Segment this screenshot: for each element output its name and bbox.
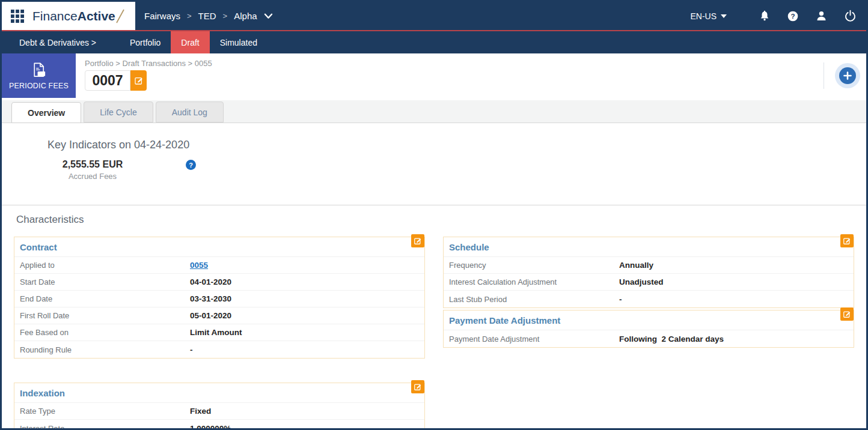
- field-row-applied-to: Applied to0055: [14, 257, 424, 274]
- topbar-actions: EN-US ?: [690, 2, 866, 30]
- logo-slash-icon: [115, 8, 125, 24]
- left-column: ContractApplied to0055Start Date04-01-20…: [14, 237, 425, 428]
- key-indicator-item: 2,555.55 EUR Accrued Fees ?: [47, 159, 866, 181]
- nav-item-draft[interactable]: Draft: [171, 31, 209, 53]
- field-value: Unadjusted: [619, 277, 664, 286]
- help-button[interactable]: ?: [787, 10, 799, 22]
- field-row-first-roll-date: First Roll Date05-01-2020: [14, 307, 424, 324]
- panel-title: Indexation: [14, 383, 424, 403]
- power-icon: [844, 10, 857, 22]
- field-label: Interest Calculation Adjustment: [449, 277, 619, 286]
- field-label: Applied to: [20, 261, 190, 270]
- field-value: Fixed: [190, 407, 211, 416]
- field-value: -: [619, 295, 622, 304]
- breadcrumb-portfolio-group[interactable]: TED: [198, 11, 216, 21]
- indicator-label: Accrued Fees: [47, 172, 138, 181]
- field-row-interest-rate: Interest Rate1.000000%: [14, 420, 424, 428]
- tab-life-cycle[interactable]: Life Cycle: [84, 101, 153, 123]
- field-label: Rate Type: [20, 407, 190, 416]
- title-row: 0007: [85, 70, 212, 91]
- nav-item-debt-derivatives[interactable]: Debt & Derivatives >: [9, 31, 106, 53]
- field-value: Annually: [619, 261, 653, 270]
- nav-item-portfolio[interactable]: Portfolio: [120, 31, 171, 53]
- bell-icon: [759, 10, 771, 22]
- header-actions: [824, 53, 866, 98]
- breadcrumb-separator: >: [223, 11, 228, 20]
- breadcrumb-portfolio[interactable]: Alpha: [234, 11, 257, 21]
- app-window: FinanceActive Fairways > TED > Alpha EN-…: [0, 0, 868, 430]
- field-row-last-stub-period: Last Stub Period-: [444, 291, 854, 307]
- field-label: Fee Based on: [20, 328, 190, 337]
- svg-text:?: ?: [790, 12, 795, 20]
- edit-pencil-icon: [414, 237, 422, 245]
- edit-schedule-button[interactable]: [840, 234, 854, 247]
- field-label: First Roll Date: [20, 311, 190, 320]
- divider: [824, 62, 824, 89]
- tab-overview[interactable]: Overview: [11, 102, 81, 123]
- logo-text: FinanceActive: [32, 8, 125, 24]
- edit-pencil-icon: [843, 237, 851, 245]
- app-grid-icon[interactable]: [11, 10, 24, 23]
- field-row-start-date: Start Date04-01-2020: [14, 274, 424, 291]
- logout-button[interactable]: [844, 10, 857, 22]
- right-column: ScheduleFrequencyAnnuallyInterest Calcul…: [443, 237, 854, 428]
- documents-icon: [30, 61, 47, 79]
- panel-title: Payment Date Adjustment: [444, 310, 854, 330]
- language-selector[interactable]: EN-US: [690, 11, 727, 21]
- add-button[interactable]: [835, 63, 860, 88]
- notifications-button[interactable]: [759, 10, 771, 22]
- title-area: Portfolio > Draft Transactions > 0055 00…: [85, 53, 212, 91]
- panel-title: Contract: [14, 237, 424, 257]
- panel-title: Schedule: [444, 237, 854, 257]
- breadcrumb-separator: >: [187, 11, 192, 20]
- tab-audit-log[interactable]: Audit Log: [156, 101, 224, 123]
- field-row-frequency: FrequencyAnnually: [444, 257, 854, 274]
- field-row-payment-date-adjustment: Payment Date AdjustmentFollowing 2 Calen…: [444, 330, 854, 347]
- indicator-value: 2,555.55 EUR: [47, 159, 138, 170]
- edit-title-button[interactable]: [130, 70, 147, 91]
- main-nav: Debt & Derivatives >PortfolioDraftSimula…: [2, 31, 866, 53]
- edit-pencil-icon: [134, 76, 144, 85]
- accrued-fees-indicator: 2,555.55 EUR Accrued Fees: [47, 159, 138, 181]
- field-value: 04-01-2020: [190, 277, 231, 286]
- context-breadcrumb: Fairways > TED > Alpha: [144, 2, 273, 30]
- field-label: End Date: [20, 294, 190, 303]
- characteristics-section: Characteristics ContractApplied to0055St…: [2, 205, 866, 428]
- language-label: EN-US: [690, 11, 717, 21]
- applied-to-link[interactable]: 0055: [190, 261, 208, 270]
- field-value: Following 2 Calendar days: [619, 335, 724, 344]
- logo[interactable]: FinanceActive: [2, 2, 135, 30]
- field-label: Last Stub Period: [449, 295, 619, 304]
- field-value: -: [190, 345, 193, 354]
- edit-pencil-icon: [843, 310, 851, 318]
- breadcrumb-entity[interactable]: Fairways: [144, 11, 180, 21]
- field-value: 05-01-2020: [190, 311, 231, 320]
- user-button[interactable]: [815, 10, 828, 22]
- chevron-down-icon[interactable]: [264, 13, 273, 19]
- field-row-fee-based-on: Fee Based onLimit Amount: [14, 324, 424, 341]
- panel-payment-date-adjustment: Payment Date AdjustmentPayment Date Adju…: [443, 310, 854, 348]
- field-label: Frequency: [449, 261, 619, 270]
- module-label: PERIODIC FEES: [9, 82, 69, 90]
- field-row-end-date: End Date03-31-2030: [14, 291, 424, 307]
- field-row-rounding-rule: Rounding Rule-: [14, 341, 424, 358]
- panel-contract: ContractApplied to0055Start Date04-01-20…: [14, 237, 425, 359]
- page-breadcrumb[interactable]: Portfolio > Draft Transactions > 0055: [85, 59, 212, 68]
- field-value: 03-31-2030: [190, 294, 231, 303]
- question-circle-icon: ?: [787, 10, 799, 22]
- plus-icon: [839, 67, 856, 84]
- field-value: 1.000000%: [190, 424, 231, 429]
- key-indicators-title: Key Indicators on 04-24-2020: [47, 139, 866, 151]
- edit-payment-date-adjustment-button[interactable]: [840, 307, 854, 321]
- field-label: Interest Rate: [20, 424, 190, 429]
- field-row-rate-type: Rate TypeFixed: [14, 403, 424, 420]
- top-bar: FinanceActive Fairways > TED > Alpha EN-…: [2, 2, 866, 31]
- page-header: PERIODIC FEES Portfolio > Draft Transact…: [2, 53, 866, 100]
- field-label: Start Date: [20, 277, 190, 286]
- help-icon[interactable]: ?: [186, 160, 196, 170]
- module-badge[interactable]: PERIODIC FEES: [2, 53, 76, 98]
- edit-contract-button[interactable]: [411, 234, 424, 247]
- nav-item-simulated[interactable]: Simulated: [210, 31, 267, 53]
- characteristics-title: Characteristics: [16, 214, 854, 226]
- edit-indexation-button[interactable]: [411, 380, 424, 393]
